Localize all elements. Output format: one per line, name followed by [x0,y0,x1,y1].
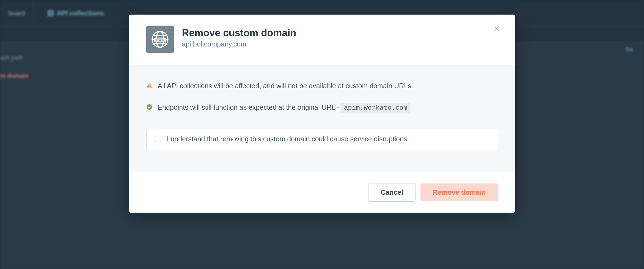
original-url-code: apim.workato.com [341,103,410,113]
check-circle-icon [146,104,152,110]
warning-row: All API collections will be affected, an… [146,81,498,91]
svg-text:WWW: WWW [156,38,164,41]
www-globe-icon: WWW [146,26,174,53]
close-button[interactable] [491,23,502,34]
acknowledgment-checkbox[interactable] [155,136,161,142]
warning-text: All API collections will be affected, an… [158,81,413,91]
modal-subtitle: api.boltcompany.com [182,40,498,48]
modal-title: Remove custom domain [182,27,498,39]
modal-body: All API collections will be affected, an… [129,65,515,172]
remove-domain-modal: WWW Remove custom domain api.boltcompany… [129,15,515,213]
remove-domain-button[interactable]: Remove domain [420,183,498,201]
warning-icon [146,83,152,89]
ok-text-prefix: Endpoints will still function as expecte… [158,103,341,111]
modal-footer: Cancel Remove domain [129,172,515,213]
ok-row: Endpoints will still function as expecte… [146,102,498,113]
svg-point-11 [146,104,152,109]
ok-text: Endpoints will still function as expecte… [158,102,410,113]
modal-overlay: WWW Remove custom domain api.boltcompany… [0,0,644,269]
close-icon [494,26,500,32]
svg-rect-10 [149,87,150,87]
modal-title-block: Remove custom domain api.boltcompany.com [182,26,498,48]
svg-rect-9 [149,84,150,86]
modal-header: WWW Remove custom domain api.boltcompany… [129,15,515,65]
acknowledgment-label: I understand that removing this custom d… [167,135,409,143]
acknowledgment-box[interactable]: I understand that removing this custom d… [146,128,498,150]
cancel-button[interactable]: Cancel [368,183,415,202]
